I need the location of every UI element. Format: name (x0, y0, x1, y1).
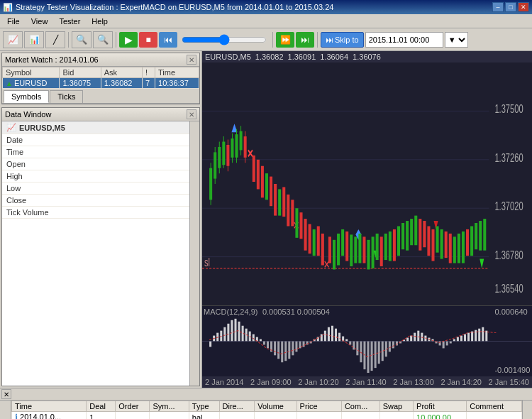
td-profit: 10 000.00 (414, 412, 467, 420)
svg-rect-131 (345, 339, 348, 342)
chart-svg: sl (202, 62, 532, 305)
data-window-close[interactable]: ✕ (187, 109, 196, 119)
svg-rect-159 (446, 342, 448, 346)
skip-to-button[interactable]: ⏭ Skip to (321, 32, 364, 48)
toolbar-line-btn[interactable]: ╱ (45, 31, 65, 48)
svg-rect-28 (257, 160, 260, 190)
play-button[interactable]: ▶ (119, 32, 138, 48)
mw-symbol: ▲EURUSD (3, 78, 60, 89)
speed-dropdown[interactable]: ▼ (445, 32, 468, 48)
svg-rect-59 (376, 234, 379, 260)
toolbar: 📈 📊 ╱ 🔍 🔍 ▶ ■ ⏮ ⏩ ⏭ ⏭ Skip to ▼ (0, 28, 532, 51)
svg-rect-160 (450, 342, 452, 344)
svg-rect-151 (417, 331, 419, 342)
left-panel: Market Watch : 2014.01.06 ✕ Symbol Bid A… (0, 51, 202, 388)
toolbar-chart-btn[interactable]: 📈 (3, 31, 23, 48)
data-window-list: 📈 EURUSD,M5 Date Time Open High Low Clos… (2, 121, 189, 386)
svg-rect-137 (367, 342, 370, 374)
svg-text:1.37260: 1.37260 (494, 151, 523, 165)
svg-rect-97 (223, 327, 226, 342)
trade-table-wrapper[interactable]: Time Deal Order Sym... Type Dire... Volu… (11, 401, 522, 419)
col-swap: Swap (379, 401, 413, 412)
td-type: bal... (189, 412, 219, 420)
menu-view[interactable]: View (26, 16, 54, 27)
main-content: Market Watch : 2014.01.06 ✕ Symbol Bid A… (0, 51, 532, 388)
data-window-header: Data Window ✕ (2, 108, 199, 121)
macd-area: MACD(12,24,9) 0.000531 0.000504 (202, 305, 532, 376)
svg-rect-41 (309, 224, 311, 254)
svg-rect-138 (371, 342, 373, 371)
time-label-1: 2 Jan 09:00 (250, 378, 292, 386)
svg-rect-83 (475, 223, 477, 249)
menu-help[interactable]: Help (86, 16, 113, 27)
chart-area[interactable]: sl (202, 62, 532, 305)
time-label-0: 2 Jan 2014 (205, 378, 243, 386)
svg-rect-56 (367, 240, 370, 270)
svg-rect-96 (220, 331, 222, 342)
col-deal: Deal (87, 401, 116, 412)
macd-header: MACD(12,24,9) 0.000531 0.000504 (204, 308, 330, 316)
toolbar-separator-3 (272, 32, 273, 48)
skip-date-input[interactable] (365, 32, 443, 48)
col-symbol: Sym... (150, 401, 189, 412)
td-comm (341, 412, 379, 420)
svg-text:-0.001490: -0.001490 (494, 366, 530, 374)
market-watch-row[interactable]: ▲EURUSD 1.36075 1.36082 7 10:36:37 (3, 78, 199, 89)
dw-tick-volume: Tick Volume (2, 207, 189, 219)
col-dir: Dire... (219, 401, 255, 412)
menu-file[interactable]: File (1, 16, 26, 27)
stop-button[interactable]: ■ (139, 32, 157, 48)
data-window-content: 📈 EURUSD,M5 Date Time Open High Low Clos… (2, 121, 199, 386)
svg-rect-168 (478, 329, 480, 342)
market-watch-close[interactable]: ✕ (187, 55, 196, 65)
svg-rect-162 (457, 337, 459, 342)
table-row[interactable]: ℹ 2014.01.0... 1 bal... 10 000.00 (12, 412, 522, 420)
svg-rect-32 (274, 184, 277, 216)
svg-rect-161 (453, 339, 455, 342)
close-button[interactable]: ✕ (518, 2, 529, 12)
tab-symbols[interactable]: Symbols (4, 90, 49, 103)
end-button[interactable]: ⏭ (296, 32, 314, 48)
svg-rect-68 (414, 216, 417, 246)
svg-rect-119 (303, 342, 305, 347)
svg-rect-51 (350, 234, 353, 266)
maximize-button[interactable]: □ (505, 2, 516, 12)
mw-col-symbol: Symbol (3, 67, 60, 78)
tab-ticks[interactable]: Ticks (50, 90, 83, 103)
svg-rect-109 (267, 342, 269, 349)
toolbar-indicator-btn[interactable]: 📊 (24, 31, 44, 48)
menu-bar: File View Tester Help (0, 14, 532, 28)
toolbar-zoom-out[interactable]: 🔍 (93, 31, 113, 48)
svg-rect-64 (397, 226, 400, 256)
minimize-button[interactable]: – (492, 2, 504, 12)
col-profit: Profit (414, 401, 467, 412)
svg-rect-140 (378, 342, 380, 364)
svg-rect-115 (288, 342, 290, 359)
td-price (297, 412, 341, 420)
toolbar-separator-1 (68, 32, 69, 48)
title-icon: 📊 (3, 3, 13, 12)
svg-rect-164 (464, 334, 466, 342)
mw-ask: 1.36082 (101, 78, 142, 89)
col-volume: Volume (255, 401, 297, 412)
td-time: ℹ 2014.01.0... (12, 412, 87, 420)
svg-rect-60 (380, 236, 383, 266)
dw-low: Low (2, 183, 189, 195)
mw-col-excl: ! (142, 67, 155, 78)
window-controls: – □ ✕ (492, 2, 529, 12)
data-window-scrollbar[interactable] (189, 121, 199, 386)
menu-tester[interactable]: Tester (53, 16, 86, 27)
mw-time: 10:36:37 (155, 78, 199, 89)
svg-rect-78 (453, 236, 456, 263)
svg-rect-67 (410, 219, 413, 245)
bottom-panel-close[interactable]: ✕ (1, 389, 11, 399)
trade-scrollbar[interactable] (522, 401, 532, 419)
speed-slider[interactable] (182, 34, 267, 45)
dw-open: Open (2, 158, 189, 170)
fast-forward-button[interactable]: ⏩ (276, 32, 294, 48)
svg-rect-71 (427, 226, 430, 256)
dw-symbol-icon: 📈 (6, 123, 16, 132)
reset-button[interactable]: ⏮ (159, 32, 177, 48)
svg-rect-135 (360, 342, 362, 363)
toolbar-zoom-in[interactable]: 🔍 (72, 31, 92, 48)
